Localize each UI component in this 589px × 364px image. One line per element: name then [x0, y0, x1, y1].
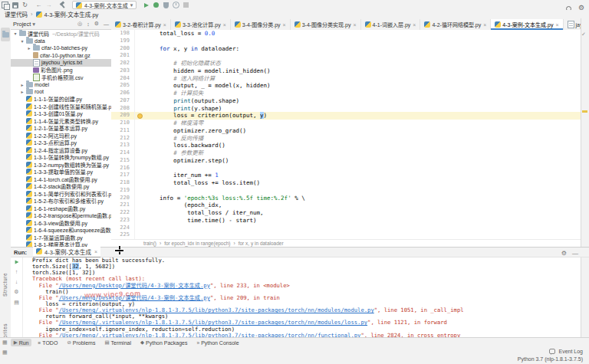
back-button[interactable]: ← [34, 1, 44, 9]
hide-panel-icon[interactable]: — [104, 21, 109, 27]
close-tab-icon[interactable]: × [223, 22, 226, 28]
tree-item[interactable]: jaychou_lyrics.txt [11, 59, 111, 67]
tree-item[interactable]: 1-1-4-张量元素类型转换.py [11, 117, 111, 125]
editor-tab[interactable]: 4-3-案例-文本生成.py× [491, 19, 563, 30]
tree-item[interactable]: cifar-10-python.tar.gz [11, 52, 111, 60]
save-all-button[interactable] [10, 1, 20, 9]
tool-window-button-terminal[interactable]: ▤Terminal [101, 339, 134, 346]
tree-item[interactable]: 1-7-张量运算函数.py [11, 234, 111, 241]
line-number[interactable]: 214 [111, 149, 135, 157]
tree-item[interactable]: 1-2-1-张量基本运算.py [11, 125, 111, 133]
expand-arrow-icon[interactable]: ▾ [13, 31, 18, 36]
line-number[interactable]: 198 [111, 30, 135, 38]
editor-tab[interactable]: 3-3-池化计算.py× [171, 19, 231, 30]
tree-item[interactable]: 彩色图片.png [11, 67, 111, 74]
python-interpreter-status[interactable]: Python 3.7 (nlp-1.8.1-3.7.5) [518, 356, 583, 362]
hide-run-panel-icon[interactable]: — [572, 250, 578, 257]
tool-window-switcher-icon[interactable]: ▦ [2, 349, 8, 356]
line-number[interactable]: 208 [111, 105, 135, 113]
project-panel-title[interactable]: Project [13, 21, 31, 28]
tool-window-button-python-console[interactable]: »Python Console [194, 339, 242, 346]
tree-item[interactable]: ▾data [11, 38, 111, 45]
pin-tab-button[interactable]: ▤ [14, 300, 19, 306]
tool-window-button-python-packages[interactable]: ◆Python Packages [137, 339, 190, 346]
line-number[interactable]: 222 [111, 209, 135, 217]
tree-item[interactable]: 1-3-1-张量转换为numpy数组.py [11, 154, 111, 162]
tree-item[interactable]: 1-2-4-指定运算设备.py [11, 146, 111, 154]
panel-settings-icon[interactable]: ⚙ [94, 21, 99, 27]
close-icon[interactable]: × [94, 249, 97, 254]
line-number[interactable]: 205 [111, 82, 135, 90]
expand-collapse-icon[interactable]: ↕ [87, 21, 90, 27]
breadcrumb-file[interactable]: 4-3-案例-文本生成.py [44, 10, 99, 18]
rerun-button[interactable] [15, 261, 18, 264]
locate-file-icon[interactable]: ◎ [77, 21, 82, 27]
line-number[interactable]: 203 [111, 67, 135, 75]
tool-window-button-problems[interactable]: ⊘Problems [64, 339, 98, 346]
expand-arrow-icon[interactable]: ▸ [20, 89, 25, 94]
editor-breadcrumb-item[interactable]: for epoch_idx in range(epoch) [164, 241, 230, 246]
close-tab-icon[interactable]: × [413, 22, 416, 28]
line-number[interactable]: 216 [111, 165, 135, 172]
tree-item[interactable]: 1-3-2-numpy数组转换为张量.py [11, 161, 111, 169]
show-settings-button[interactable] [0, 1, 10, 9]
tree-item[interactable]: ▾课堂代码~/Desktop/课堂代码 [11, 30, 111, 38]
coverage-button[interactable] [161, 1, 171, 9]
console-file-link[interactable]: /Users/meng/Desktop/课堂代码/4-3-案例-文本生成.py [59, 282, 210, 289]
line-number[interactable]: 225 [111, 231, 135, 239]
tree-item[interactable]: 1-6-2-transpose和permute函数.py [11, 212, 111, 220]
code-editor[interactable]: 198 total_loss = 0.0199200 for x, y in d… [111, 30, 581, 239]
editor-tab[interactable]: 3-4-图像分类.py× [231, 19, 291, 30]
tool-window-switcher-icon[interactable]: ▦ [2, 339, 8, 346]
tree-item[interactable]: 1-5-2-布尔索引和多维索引.py [11, 198, 111, 205]
tool-window-button-run[interactable]: ▶Run [11, 339, 32, 346]
line-number[interactable]: 218 [111, 179, 135, 187]
line-number[interactable]: 209 [111, 112, 135, 120]
run-configuration-select[interactable]: 4-3-案例-文本生成 ▾ [72, 1, 137, 9]
close-tab-icon[interactable]: × [163, 22, 166, 28]
run-tab[interactable]: 4-3-案例-文本生成 × [33, 247, 100, 258]
build-button[interactable] [58, 1, 67, 9]
tree-item[interactable]: 1-2-3-点积运算.py [11, 139, 111, 147]
structure-tool-button[interactable]: Structure [2, 273, 8, 297]
up-stack-trace-button[interactable]: ↑ [15, 269, 18, 274]
expand-arrow-icon[interactable]: ▸ [20, 82, 25, 87]
line-number[interactable]: 207 [111, 97, 135, 105]
line-number[interactable]: 223 [111, 217, 135, 225]
close-tab-icon[interactable]: × [555, 22, 558, 28]
tree-item[interactable]: 1-6-1-reshape函数.py [11, 205, 111, 212]
tree-item[interactable]: 1-4-1-torch.cat函数使用.py [11, 175, 111, 183]
tree-item[interactable]: 1-2-2-阿达玛积.py [11, 132, 111, 139]
line-number[interactable]: 211 [111, 127, 135, 135]
line-number[interactable]: 201 [111, 52, 135, 60]
tree-item[interactable]: 1-1-2-创建线性张量和随机张量.py [11, 103, 111, 110]
close-tab-icon[interactable]: × [353, 22, 356, 28]
editor-breadcrumb-item[interactable]: for x, y in dataloader [239, 241, 284, 246]
run-settings-icon[interactable]: ⚙ [561, 250, 567, 257]
tree-item[interactable]: 1-1-1-张量的创建.py [11, 96, 111, 103]
expand-arrow-icon[interactable]: ▸ [27, 45, 31, 51]
breadcrumb-root[interactable]: 课堂代码 [5, 10, 28, 18]
tree-item[interactable]: 手机价格预测.csv [11, 74, 111, 81]
down-stack-trace-button[interactable]: ↓ [15, 279, 18, 284]
tree-item[interactable]: 1-3-3-提取单值的张量.py [11, 169, 111, 176]
editor-tab[interactable]: 4-2-循环网络模型.py× [420, 19, 491, 30]
line-number[interactable]: 206 [111, 90, 135, 97]
line-number[interactable]: 212 [111, 135, 135, 143]
forward-button[interactable]: → [44, 1, 54, 9]
close-tab-icon[interactable]: × [283, 22, 286, 28]
line-number[interactable]: 199 [111, 38, 135, 45]
stop-button[interactable] [181, 1, 191, 9]
line-number[interactable]: 221 [111, 202, 135, 209]
line-number[interactable]: 219 [111, 187, 135, 195]
line-number[interactable]: 217 [111, 172, 135, 179]
line-number[interactable]: 215 [111, 157, 135, 165]
event-log-button[interactable]: Event Log [549, 349, 583, 354]
tree-item[interactable]: 1-6-3-view函数使用.py [11, 219, 111, 227]
chevron-down-icon[interactable]: ▾ [32, 21, 35, 28]
tree-item[interactable]: 1-1-3-创建01张量.py [11, 110, 111, 118]
run-console[interactable]: Prefix dict has been built successfully.… [23, 257, 581, 337]
line-number[interactable]: 213 [111, 142, 135, 149]
tree-item[interactable]: ▸cifar-10-batches-py [11, 44, 111, 52]
debug-button[interactable] [151, 1, 161, 9]
